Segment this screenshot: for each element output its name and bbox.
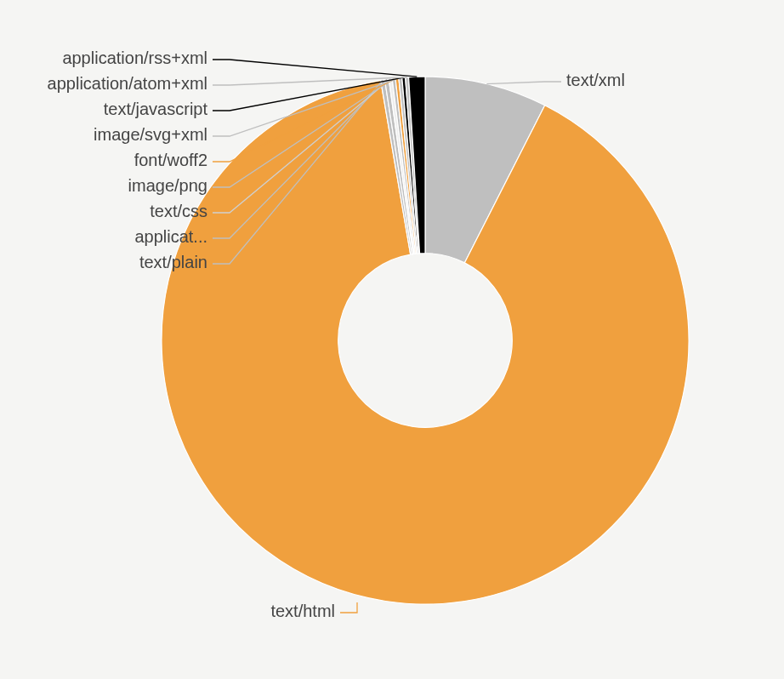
- slice-label: text/html: [270, 602, 335, 620]
- slice-label: application/atom+xml: [48, 74, 207, 93]
- slice-label: image/png: [128, 176, 207, 195]
- donut-chart: text/xmltext/htmltext/plainapplicat...te…: [0, 0, 784, 679]
- slice-label: applicat...: [134, 227, 207, 246]
- slice-label: text/javascript: [104, 100, 208, 118]
- leader-line: [486, 82, 561, 84]
- slice-label: application/rss+xml: [62, 48, 207, 67]
- slice-label: text/plain: [139, 253, 207, 271]
- slice-label: image/svg+xml: [94, 125, 207, 144]
- slice-label: text/xml: [566, 71, 625, 89]
- leader-line: [213, 60, 417, 77]
- slice-label: font/woff2: [134, 151, 207, 169]
- slice-label: text/css: [150, 202, 207, 220]
- leader-line: [340, 602, 357, 613]
